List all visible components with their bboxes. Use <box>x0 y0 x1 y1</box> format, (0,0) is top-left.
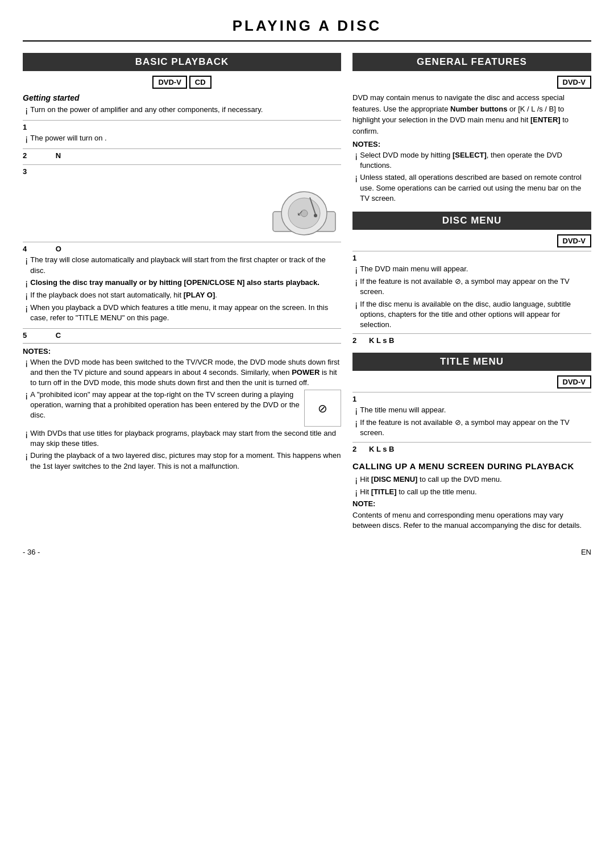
prohibited-icon-box: ⊘ <box>304 390 341 427</box>
cd-badge: CD <box>189 76 211 89</box>
calling-menu-header: CALLING UP A MENU SCREEN DURING PLAYBACK <box>352 461 591 471</box>
disc-menu-badge-row: DVD-V <box>352 234 591 247</box>
gf-note-2: ¡ Unless stated, all operations describe… <box>352 172 591 204</box>
tm-step1-label: 1 <box>352 392 591 403</box>
b-dot: ¡ <box>355 487 358 498</box>
general-features-header: GENERAL FEATURES <box>352 53 591 71</box>
dm-text-2: If the feature is not available ⊘, a sym… <box>360 276 591 297</box>
page-title: PLAYING A DISC <box>23 17 591 42</box>
dm-dvdv-badge: DVD-V <box>557 234 591 247</box>
svg-point-5 <box>314 214 317 217</box>
dm-bullet-2: ¡ If the feature is not available ⊘, a s… <box>352 276 591 297</box>
b-dot: ¡ <box>355 405 358 416</box>
gf-note-text-1: Select DVD mode by hitting [SELECT], the… <box>360 150 591 171</box>
calling-menu-section: CALLING UP A MENU SCREEN DURING PLAYBACK… <box>352 461 591 531</box>
b-dot: ¡ <box>355 150 358 161</box>
dm-text-1: The DVD main menu will appear. <box>360 264 468 274</box>
disc-menu-header: DISC MENU <box>352 212 591 230</box>
b-dot: ¡ <box>25 357 28 368</box>
footer: - 36 - EN <box>23 548 591 556</box>
bullet-dot-1: ¡ <box>25 133 28 144</box>
calling-text-2: Hit [TITLE] to call up the title menu. <box>360 487 476 497</box>
title-menu-header: TITLE MENU <box>352 353 591 371</box>
divider-notes <box>23 343 341 344</box>
dm-bullet-1: ¡ The DVD main menu will appear. <box>352 264 591 275</box>
title-menu-section: TITLE MENU DVD-V 1 ¡ The title menu will… <box>352 353 591 453</box>
footer-page: - 36 - <box>23 548 40 556</box>
gf-dvdv-badge: DVD-V <box>557 76 591 89</box>
dm-bullet-3: ¡ If the disc menu is available on the d… <box>352 299 591 330</box>
b-dot: ¡ <box>25 390 28 400</box>
dm-step2-label: 2 K L s B <box>352 333 591 345</box>
disc-illustration: ↙ <box>267 180 341 237</box>
step4-bullet-1: ¡ The tray will close automatically and … <box>23 255 341 275</box>
calling-note-text: Contents of menu and corresponding menu … <box>352 510 591 531</box>
step4-bullet-4: ¡ When you playback a DVD which features… <box>23 303 341 323</box>
step2-label: 2 N <box>23 148 341 160</box>
note-bullet-4: ¡ During the playback of a two layered d… <box>23 450 341 471</box>
gf-note-text-2: Unless stated, all operations described … <box>360 172 591 204</box>
bullet-dot: ¡ <box>25 105 28 115</box>
b-dot: ¡ <box>25 278 28 288</box>
dvdv-badge: DVD-V <box>152 76 186 89</box>
b-dot: ¡ <box>25 303 28 313</box>
right-column: GENERAL FEATURES DVD-V DVD may contain m… <box>352 53 591 531</box>
dm-text-3: If the disc menu is available on the dis… <box>360 299 591 330</box>
step5-label: 5 C <box>23 328 341 340</box>
title-menu-badge-row: DVD-V <box>352 375 591 388</box>
step3-label: 3 <box>23 164 341 176</box>
disc-image-area: ↙ <box>23 180 341 237</box>
basic-playback-formats: DVD-V CD <box>23 76 341 89</box>
intro-text: Turn on the power of amplifier and any o… <box>30 105 263 115</box>
getting-started-heading: Getting started <box>23 93 341 102</box>
calling-text-1: Hit [DISC MENU] to call up the DVD menu. <box>360 474 501 485</box>
note-bullet-2: ¡ A "prohibited icon" may appear at ⊘ th… <box>23 390 341 427</box>
b-dot: ¡ <box>355 474 358 485</box>
note-bullet-3: ¡ With DVDs that use titles for playback… <box>23 428 341 449</box>
tm-bullet-2: ¡ If the feature is not available ⊘, a s… <box>352 418 591 438</box>
step4-label: 4 O <box>23 242 341 253</box>
note-text-1: When the DVD mode has been switched to t… <box>30 357 341 388</box>
note-bullet-1: ¡ When the DVD mode has been switched to… <box>23 357 341 388</box>
notes-heading: NOTES: <box>23 347 341 356</box>
gf-notes-heading: NOTES: <box>352 140 591 148</box>
b-dot: ¡ <box>355 172 358 183</box>
general-features-badge-row: DVD-V <box>352 76 591 89</box>
b-dot: ¡ <box>355 276 358 287</box>
dm-step1-label: 1 <box>352 251 591 262</box>
b-dot: ¡ <box>355 264 358 275</box>
step1-label: 1 <box>23 120 341 131</box>
calling-bullet-2: ¡ Hit [TITLE] to call up the title menu. <box>352 487 591 498</box>
gf-note-1: ¡ Select DVD mode by hitting [SELECT], t… <box>352 150 591 171</box>
b-dot: ¡ <box>355 418 358 428</box>
calling-bullet-1: ¡ Hit [DISC MENU] to call up the DVD men… <box>352 474 591 485</box>
b-dot: ¡ <box>25 290 28 301</box>
general-features-intro: DVD may contain menus to navigate the di… <box>352 92 591 137</box>
note-text-3: With DVDs that use titles for playback p… <box>30 428 341 449</box>
b-dot: ¡ <box>25 255 28 266</box>
step4-text-2: Closing the disc tray manually or by hit… <box>30 278 320 288</box>
step4-bullet-2: ¡ Closing the disc tray manually or by h… <box>23 278 341 288</box>
note-text-2: A "prohibited icon" may appear at ⊘ the … <box>30 390 341 427</box>
tm-bullet-1: ¡ The title menu will appear. <box>352 405 591 416</box>
step1-bullet: ¡ The power will turn on . <box>23 133 341 144</box>
tm-text-1: The title menu will appear. <box>360 405 446 415</box>
intro-bullet: ¡ Turn on the power of amplifier and any… <box>23 105 341 115</box>
note-text-4: During the playback of a two layered dis… <box>30 450 341 471</box>
basic-playback-section: BASIC PLAYBACK DVD-V CD Getting started … <box>23 53 341 531</box>
svg-text:↙: ↙ <box>297 208 304 217</box>
b-dot: ¡ <box>25 450 28 461</box>
footer-lang: EN <box>581 548 591 556</box>
calling-note-heading: NOTE: <box>352 499 591 508</box>
step4-text-1: The tray will close automatically and pl… <box>30 255 341 275</box>
disc-menu-section: DISC MENU DVD-V 1 ¡ The DVD main menu wi… <box>352 212 591 345</box>
tm-dvdv-badge: DVD-V <box>557 375 591 388</box>
basic-playback-header: BASIC PLAYBACK <box>23 53 341 71</box>
b-dot: ¡ <box>355 299 358 310</box>
step4-bullet-3: ¡ If the playback does not start automat… <box>23 290 341 301</box>
tm-step2-label: 2 K L s B <box>352 442 591 453</box>
tm-text-2: If the feature is not available ⊘, a sym… <box>360 418 591 438</box>
step4-text-3: If the playback does not start automatic… <box>30 290 217 300</box>
b-dot: ¡ <box>25 428 28 439</box>
step4-text-4: When you playback a DVD which features a… <box>30 303 341 323</box>
